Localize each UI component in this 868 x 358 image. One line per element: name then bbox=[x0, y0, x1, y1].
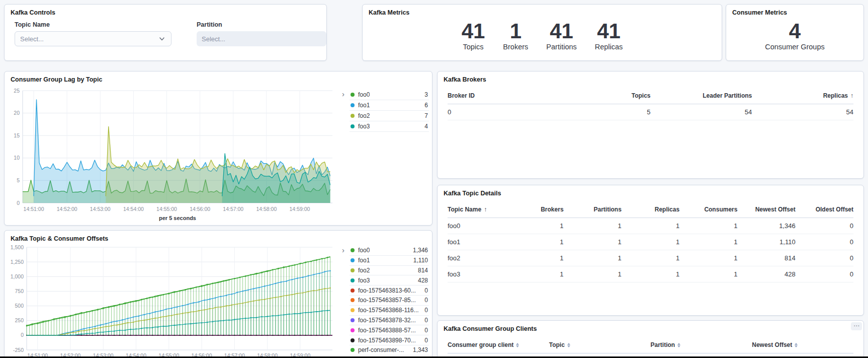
metric-value: 1 bbox=[503, 20, 528, 42]
legend-color-dot bbox=[351, 93, 355, 97]
table-cell: 1,110 bbox=[737, 234, 795, 250]
legend-item[interactable]: foo-1575463857-85...0 bbox=[350, 296, 429, 306]
table-cell: 1 bbox=[505, 266, 563, 282]
legend-value: 7 bbox=[424, 112, 428, 119]
legend-value: 0 bbox=[424, 337, 428, 344]
panel-kafka-topic-details: Kafka Topic Details Topic Name↑BrokersPa… bbox=[437, 185, 864, 316]
legend-item[interactable]: foo-1575463868-116...0 bbox=[350, 306, 429, 316]
legend-value: 1,346 bbox=[413, 247, 428, 254]
legend-item[interactable]: foo34 bbox=[350, 121, 429, 132]
table-row: foo111111,1100 bbox=[448, 234, 853, 250]
svg-text:250: 250 bbox=[15, 317, 24, 323]
column-header: Topics bbox=[549, 87, 651, 104]
legend-item[interactable]: foo3428 bbox=[350, 275, 429, 285]
panel-title: Kafka Brokers bbox=[438, 71, 863, 83]
legend-item[interactable]: foo-1575463878-32...0 bbox=[350, 316, 429, 326]
table-cell: 814 bbox=[737, 250, 795, 266]
topic-name-placeholder: Select... bbox=[20, 35, 44, 43]
topic-name-label: Topic Name bbox=[15, 21, 171, 28]
partition-label: Partition bbox=[197, 21, 326, 28]
table-cell: 1 bbox=[679, 250, 737, 266]
legend-label: foo1 bbox=[358, 257, 370, 264]
table-cell: 1 bbox=[564, 266, 622, 282]
topic-name-select[interactable]: Select... bbox=[15, 31, 171, 46]
metric-value: 41 bbox=[462, 20, 485, 42]
legend-label: perf-consumer-... bbox=[358, 346, 404, 353]
partition-select[interactable]: Select... bbox=[197, 31, 326, 46]
column-header[interactable]: Newest Offset bbox=[752, 336, 853, 353]
offsets-chart-legend: › foo01,346foo11,110foo2814foo3428foo-15… bbox=[350, 246, 429, 355]
table-cell: 0 bbox=[796, 218, 853, 234]
legend-value: 0 bbox=[424, 327, 428, 334]
lag-chart-legend: › foo03foo16foo27foo34 bbox=[350, 90, 429, 132]
legend-label: foo0 bbox=[358, 91, 370, 98]
svg-text:20: 20 bbox=[14, 110, 20, 116]
legend-color-dot bbox=[351, 298, 355, 302]
legend-value: 0 bbox=[424, 307, 428, 314]
metric-label: Replicas bbox=[595, 43, 623, 51]
legend-item[interactable]: foo16 bbox=[350, 100, 429, 111]
table-cell: 54 bbox=[752, 104, 853, 120]
legend-color-dot bbox=[351, 258, 355, 262]
table-cell: 1 bbox=[505, 250, 563, 266]
panel-kafka-brokers: Kafka Brokers Broker IDTopicsLeader Part… bbox=[437, 71, 864, 179]
metric-label: Consumer Groups bbox=[765, 43, 824, 51]
table-row: foo211118140 bbox=[448, 250, 853, 266]
column-header[interactable]: Partition bbox=[651, 336, 752, 353]
legend-color-dot bbox=[351, 268, 355, 272]
legend-label: foo-1575463878-32... bbox=[358, 317, 416, 324]
consumer-metrics-row: 4Consumer Groups bbox=[726, 20, 863, 51]
legend-collapse-chevron-icon[interactable]: › bbox=[342, 90, 344, 98]
table-cell: 1 bbox=[679, 234, 737, 250]
svg-text:14:57:00: 14:57:00 bbox=[223, 206, 243, 212]
column-header[interactable]: Consumer group client bbox=[448, 336, 549, 353]
legend-item[interactable]: foo2814 bbox=[350, 266, 429, 276]
legend-item[interactable]: foo-1575463898-70...0 bbox=[350, 335, 429, 345]
metric-label: Brokers bbox=[503, 43, 528, 51]
legend-item[interactable]: foo11,110 bbox=[350, 256, 429, 266]
legend-item[interactable]: foo27 bbox=[350, 111, 429, 121]
legend-value: 4 bbox=[424, 123, 428, 130]
column-header: Newest Offset bbox=[737, 201, 795, 218]
panel-options-ellipsis-icon[interactable]: ⋯ bbox=[851, 322, 862, 330]
legend-value: 1,343 bbox=[413, 346, 428, 353]
column-header[interactable]: Replicas↑ bbox=[752, 87, 853, 104]
svg-text:5: 5 bbox=[17, 177, 20, 183]
brokers-table: Broker IDTopicsLeader PartitionsReplicas… bbox=[448, 87, 853, 120]
legend-collapse-chevron-icon[interactable]: › bbox=[342, 246, 344, 254]
panel-title: Kafka Consumer Group Clients bbox=[438, 321, 863, 332]
panel-kafka-controls: Kafka Controls Topic Name Select... Part… bbox=[4, 4, 327, 61]
svg-text:750: 750 bbox=[15, 288, 24, 294]
legend-item[interactable]: foo03 bbox=[350, 90, 429, 100]
sort-ascending-icon: ↑ bbox=[484, 206, 487, 213]
legend-item[interactable]: foo-1575463813-60...0 bbox=[350, 285, 429, 296]
legend-item[interactable]: foo01,346 bbox=[350, 246, 429, 256]
column-header[interactable]: Topic bbox=[549, 336, 651, 353]
legend-item[interactable]: perf-consumer-...1,343 bbox=[350, 345, 429, 355]
lag-chart-svg: 051015202514:51:0014:52:0014:53:0014:54:… bbox=[5, 84, 346, 225]
table-cell: 1 bbox=[564, 250, 622, 266]
panel-kafka-metrics: Kafka Metrics 41Topics1Brokers41Partitio… bbox=[362, 4, 722, 61]
metric: 1Brokers bbox=[503, 20, 528, 51]
table-cell: 1 bbox=[505, 218, 563, 234]
legend-value: 428 bbox=[418, 277, 428, 284]
legend-value: 0 bbox=[424, 317, 428, 324]
table-cell: 1 bbox=[505, 234, 563, 250]
legend-label: foo1 bbox=[358, 102, 370, 109]
panel-consumer-metrics: Consumer Metrics 4Consumer Groups bbox=[726, 4, 864, 61]
metric-label: Topics bbox=[462, 43, 485, 51]
table-cell: 1 bbox=[622, 250, 679, 266]
svg-text:14:58:00: 14:58:00 bbox=[256, 206, 277, 212]
legend-label: foo2 bbox=[358, 112, 370, 119]
partition-field: Partition Select... bbox=[197, 21, 326, 46]
svg-text:-250: -250 bbox=[13, 347, 24, 353]
legend-label: foo3 bbox=[358, 277, 370, 284]
legend-color-dot bbox=[351, 289, 355, 293]
svg-text:14:55:00: 14:55:00 bbox=[156, 206, 177, 212]
panel-offsets-chart: Kafka Topic & Consumer Offsets -25002505… bbox=[4, 230, 432, 358]
svg-text:14:59:00: 14:59:00 bbox=[290, 206, 310, 212]
column-header[interactable]: Topic Name↑ bbox=[448, 201, 505, 218]
table-cell: 0 bbox=[796, 250, 853, 266]
legend-value: 1,110 bbox=[413, 257, 428, 264]
legend-item[interactable]: foo-1575463888-57...0 bbox=[350, 325, 429, 335]
